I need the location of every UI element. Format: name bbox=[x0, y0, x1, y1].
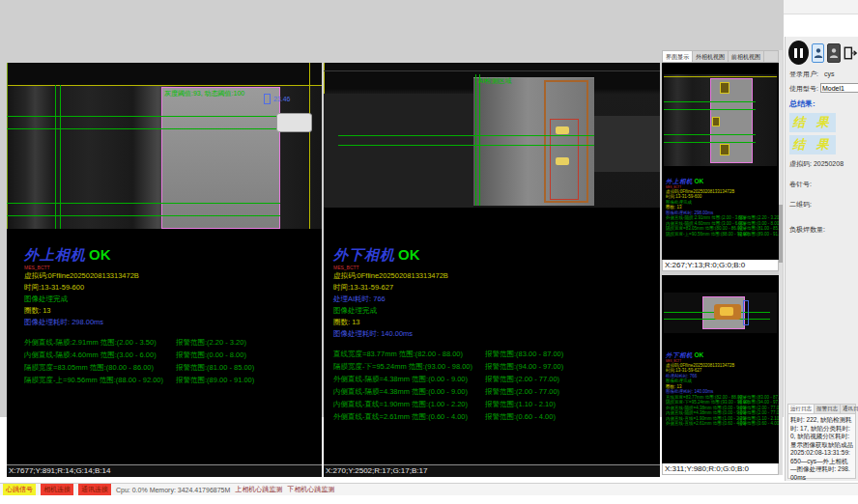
camera-image-lower[interactable]: AI检测区域 bbox=[324, 63, 660, 208]
elapsed-text: 图像处理耗时: 140.00ms bbox=[333, 328, 660, 340]
weld-glint bbox=[556, 157, 569, 165]
ai-region-overlay-text: AI检测区域 bbox=[478, 76, 512, 86]
measure-text: 内侧直线-直线=1.90mm 范围:(1.00 - 2.20) bbox=[333, 398, 485, 410]
measure-text: 直线宽度=83.77mm 范围:(82.00 - 88.00) bbox=[333, 348, 485, 360]
measure-line-v2 bbox=[60, 85, 61, 229]
alarm-text: 报警范围:(2.20 - 3.20) bbox=[176, 336, 246, 349]
app-window: CYS-视觉检测系统 系统配置 相机配置 通讯配置 IO卡配置 光源控制配置 查… bbox=[0, 0, 858, 504]
login-user-label: 登录用户: bbox=[789, 70, 818, 79]
mini-tabs: 界面显示 外相机视图 前相机视图 bbox=[662, 50, 779, 63]
barcode-text: 虚拟码:0Ffline2025020813313472B bbox=[333, 270, 660, 282]
log-tabs: 运行日志 报警日志 通讯日志 bbox=[788, 405, 855, 414]
log-tab-alarm[interactable]: 报警日志 bbox=[815, 405, 841, 413]
user-icon bbox=[814, 47, 823, 59]
alarm-text: 报警范围:(0.60 - 4.00) bbox=[738, 421, 779, 427]
measure-text: 隔膜宽度-下=95.24mm 范围:(93.00 - 98.00) bbox=[333, 360, 485, 373]
status-ok-label: OK bbox=[695, 351, 704, 359]
model-input[interactable] bbox=[820, 83, 858, 93]
alarm-text: 报警范围:(0.60 - 4.00) bbox=[485, 410, 556, 423]
probe-value-text: 23.46 bbox=[273, 96, 291, 102]
barcode-text: 虚拟码:0Ffline2025020813313472B bbox=[24, 270, 322, 282]
measurement-row: 内侧直线-隔膜=4.38mm 范围:(0.00 - 9.00)报警范围:(2.0… bbox=[333, 385, 660, 398]
measure-text: 外侧直线-隔膜:2.91mm 范围:(2.00 - 3.50) bbox=[24, 336, 176, 349]
status-ok-label: OK bbox=[695, 178, 704, 185]
pixel-coords-upper: X:7677;Y:891;R:14;G:14;B:14 bbox=[7, 464, 322, 477]
qrcode-row: 二维码: bbox=[786, 198, 858, 211]
log-text: 耗时: 222, 缺陷检测耗时: 17, 缺陷分类耗时: 0, 缺陷视频分区耗时… bbox=[788, 414, 855, 484]
machine-zone bbox=[594, 116, 660, 172]
camera-image-upper[interactable]: 灰度阈值:93, 动态阈值:100 23.46 bbox=[7, 63, 322, 229]
result-box-lower: 结 果 bbox=[789, 135, 836, 154]
model-label: 使用型号: bbox=[789, 84, 818, 94]
camera-name-label: 外上相机 bbox=[24, 246, 86, 263]
result-box-upper: 结 果 bbox=[789, 113, 836, 132]
log-tab-run[interactable]: 运行日志 bbox=[788, 405, 815, 413]
weld-core bbox=[720, 307, 733, 316]
alarm-text: 报警范围:(2.00 - 77.00) bbox=[485, 385, 559, 398]
measurement-row: 直线宽度=83.77mm 范围:(82.00 - 88.00)报警范围:(83.… bbox=[333, 348, 660, 360]
mini-tab-front-cam[interactable]: 前相机视图 bbox=[729, 51, 764, 62]
upper-cam-monitor-text: 上相机心跳监测 bbox=[235, 485, 282, 494]
camera-panel-upper: 灰度阈值:93, 动态阈值:100 23.46 外上相机OK MES_BCTT … bbox=[7, 63, 322, 477]
result-block-lower: 外下相机OK MES_BCTT 虚拟码:0Ffline2025020813313… bbox=[324, 246, 660, 423]
done-text: 图像处理完成 bbox=[24, 294, 322, 305]
camera-conn-badge: 相机连接 bbox=[41, 484, 73, 495]
done-text: 图像处理完成 bbox=[333, 305, 660, 317]
camera-name-label: 外下相机 bbox=[333, 246, 395, 263]
mini-view-lower[interactable]: 外下相机OK MES_BCTT 虚拟码:0Ffline2025020813313… bbox=[662, 275, 779, 463]
mini-result-upper: 外上相机OK MES_BCTT 虚拟码:0Ffline2025020813313… bbox=[666, 177, 779, 237]
pixel-coords-lower: X:270;Y:2502;R:17;G:17;B:17 bbox=[324, 464, 660, 477]
vertical-scrollbar[interactable] bbox=[779, 50, 783, 475]
cpu-memory-text: Cpu: 0.0% Memory: 3424.41796875M bbox=[116, 487, 230, 493]
mini-view-upper[interactable]: 外上相机OK MES_BCTT 虚拟码:0Ffline2025020813313… bbox=[662, 63, 779, 260]
measure-line-h3 bbox=[7, 203, 280, 204]
status-bar: 心跳信号 相机连接 通讯连接 Cpu: 0.0% Memory: 3424.41… bbox=[0, 483, 858, 495]
measurement-rows: 外侧直线-隔膜:2.91mm 范围:(2.00 - 3.50)报警范围:(2.2… bbox=[24, 336, 322, 386]
weld-count-row: 负极焊数量: bbox=[786, 223, 858, 237]
measure-text: 外侧直线-直线=2.61mm 范围:(0.60 - 4.00) bbox=[333, 410, 485, 423]
comm-conn-badge: 通讯连接 bbox=[78, 484, 111, 495]
machine-edge-line bbox=[324, 70, 660, 71]
exit-button[interactable] bbox=[844, 43, 858, 63]
roi-line-green-left bbox=[7, 63, 8, 229]
mini-coords-upper: X:267;Y:13;R:0;G:0;B:0 bbox=[662, 260, 779, 271]
roi-line-yellow-v bbox=[309, 63, 310, 229]
product-region bbox=[161, 87, 280, 229]
measure-text: 内侧直线-隔膜:4.60mm 范围:(3.00 - 6.00) bbox=[24, 349, 176, 361]
measure-text: 隔膜宽度-上=90.56mm 范围:(88.00 - 92.00) bbox=[24, 374, 176, 386]
mini-tab-display[interactable]: 界面显示 bbox=[663, 51, 693, 62]
measurement-row: 外侧直线-直线=2.61mm 范围:(0.60 - 4.00)报警范围:(0.6… bbox=[666, 421, 779, 427]
log-tab-comm[interactable]: 通讯日志 bbox=[841, 405, 858, 413]
alarm-text: 报警范围:(2.00 - 77.00) bbox=[485, 373, 559, 385]
alarm-text: 报警范围:(0.00 - 8.00) bbox=[176, 349, 246, 361]
mini-result-lower: 外下相机OK MES_BCTT 虚拟码:0Ffline2025020813313… bbox=[666, 350, 779, 427]
measurement-row: 外侧直线-隔膜=4.38mm 范围:(0.00 - 9.00)报警范围:(2.0… bbox=[333, 373, 660, 385]
detection-box bbox=[712, 117, 720, 126]
mini-image-upper bbox=[664, 74, 777, 166]
user-mode-button[interactable] bbox=[812, 43, 825, 63]
alarm-text: 报警范围:(89.00 - 91.00) bbox=[176, 374, 254, 386]
pause-button[interactable] bbox=[788, 41, 809, 65]
alarm-text: 报警范围:(89.00 - 91.00) bbox=[738, 232, 779, 238]
elapsed-text: 图像处理耗时: 298.00ms bbox=[24, 317, 322, 328]
side-panel: 登录用户: cys 使用型号: 总结果: 结 果 结 果 虚拟码: 202502… bbox=[785, 37, 858, 481]
user-icon bbox=[829, 47, 839, 59]
measurement-row: 隔膜宽度-下=95.24mm 范围:(93.00 - 98.00)报警范围:(9… bbox=[333, 360, 660, 373]
measure-line-v1 bbox=[475, 74, 476, 206]
result-block-upper: 外上相机OK MES_BCTT 虚拟码:0Ffline2025020813313… bbox=[7, 246, 322, 386]
scrollbar-handle[interactable] bbox=[779, 205, 783, 263]
camera-name-label: 外下相机 bbox=[666, 351, 693, 359]
rounds-text: 圈数: 13 bbox=[333, 317, 660, 328]
mini-tab-outer-cam[interactable]: 外相机视图 bbox=[693, 51, 729, 62]
operator-mode-button[interactable] bbox=[827, 43, 841, 63]
roi-line-yellow-h bbox=[664, 76, 777, 77]
measurement-row: 隔膜宽度-上=90.56mm 范围:(88.00 - 92.00)报警范围:(8… bbox=[666, 232, 779, 238]
measure-line bbox=[664, 142, 756, 143]
alarm-text: 报警范围:(83.00 - 87.00) bbox=[485, 348, 563, 360]
measurement-row: 外侧直线-隔膜:2.91mm 范围:(2.00 - 3.50)报警范围:(2.2… bbox=[24, 336, 322, 349]
heartbeat-badge: 心跳信号 bbox=[3, 484, 36, 495]
status-ok-label: OK bbox=[398, 246, 420, 263]
measurement-row: 隔膜宽度-上=90.56mm 范围:(88.00 - 92.00)报警范围:(8… bbox=[24, 374, 322, 386]
measure-line-h1 bbox=[338, 135, 594, 136]
alarm-text: 报警范围:(1.10 - 2.10) bbox=[485, 398, 556, 410]
